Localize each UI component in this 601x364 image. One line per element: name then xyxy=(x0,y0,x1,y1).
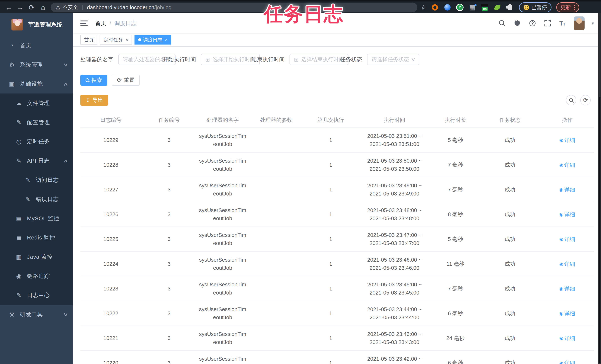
detail-link[interactable]: ◉ 详细 xyxy=(560,285,575,293)
duration: 7 毫秒 xyxy=(431,184,480,195)
sidebar-item[interactable]: ✎ 配置管理 xyxy=(0,113,73,132)
white-puzzle-extension[interactable] xyxy=(506,3,514,11)
tab-close-icon[interactable]: × xyxy=(125,37,128,43)
cloud-upload-icon: ☁ xyxy=(15,100,23,107)
sidebar-item[interactable]: ✎ 日志中心 xyxy=(0,286,73,305)
scrollbar-thumb[interactable] xyxy=(599,97,601,363)
orange-ring-extension[interactable] xyxy=(431,3,439,11)
filter-control[interactable]: ⊞ 选择结束执行时间 xyxy=(290,54,349,65)
sidebar-item[interactable]: ✎ 错误日志 xyxy=(0,190,73,209)
handler-param xyxy=(249,336,304,340)
filter-control[interactable]: 请选择任务状态 ∨ xyxy=(367,54,419,65)
export-button[interactable]: ↧ 导出 xyxy=(80,95,108,106)
view-tab[interactable]: 首页 xyxy=(80,35,97,45)
log-table: 日志编号 任务编号 处理器的名字 处理器的参数 第几次执行 执行时间 执行时长 … xyxy=(80,112,594,364)
sidebar-item[interactable]: ◔ 首页 xyxy=(0,36,73,55)
table-row: 10229 3 sysUserSessionTimeoutJob 1 2021-… xyxy=(80,128,594,153)
toggle-search-button[interactable] xyxy=(566,95,576,105)
gear-icon: ⚙ xyxy=(8,61,16,68)
browser-update-button[interactable]: 更新 xyxy=(556,2,579,12)
sidebar-item[interactable]: ☁ 文件管理 xyxy=(0,93,73,113)
job-id: 3 xyxy=(141,307,197,319)
status: 成功 xyxy=(480,233,541,245)
view-tab[interactable]: 定时任务 × xyxy=(100,35,132,45)
status: 成功 xyxy=(480,258,541,270)
font-size-icon[interactable]: TT xyxy=(559,19,567,27)
blue-gem-extension[interactable] xyxy=(444,3,451,11)
table-row: 10228 3 sysUserSessionTimeoutJob 1 2021-… xyxy=(80,153,594,177)
execute-time: 2021-05-03 23:46:00 ~2021-05-03 23:46:00 xyxy=(358,254,431,274)
handler-param xyxy=(249,212,304,216)
sidebar-item[interactable]: ▣ 基础设施 ∧ xyxy=(0,74,73,93)
detail-link[interactable]: ◉ 详细 xyxy=(560,161,575,169)
eye-icon: ◉ xyxy=(560,334,563,342)
screen-on-extension[interactable]: on xyxy=(481,3,489,11)
detail-link[interactable]: ◉ 详细 xyxy=(560,334,575,342)
breadcrumb-home[interactable]: 首页 xyxy=(95,20,106,27)
home-icon[interactable]: ⌂ xyxy=(37,2,49,13)
handler-name: sysUserSessionTimeoutJob xyxy=(197,279,249,299)
download-icon: ↧ xyxy=(86,97,90,103)
paused-badge[interactable]: 已暂停 xyxy=(519,2,551,12)
back-icon[interactable]: ← xyxy=(3,2,14,13)
grid-extension[interactable]: ▦◆ xyxy=(468,3,476,11)
page-scrollbar[interactable] xyxy=(598,13,601,364)
sidebar-item[interactable]: ✎ API 日志 ∧ xyxy=(0,151,73,170)
forward-icon[interactable]: → xyxy=(14,2,26,13)
fullscreen-icon[interactable] xyxy=(543,19,552,27)
reset-button[interactable]: ⟳ 重置 xyxy=(112,75,140,86)
browser-menu-icon[interactable] xyxy=(574,5,575,10)
sidebar-item[interactable]: ▥ Java 监控 xyxy=(0,247,73,266)
detail-link[interactable]: ◉ 详细 xyxy=(560,186,575,194)
help-icon[interactable] xyxy=(528,19,537,27)
sidebar-item[interactable]: ⚒ 研发工具 ∨ xyxy=(0,305,73,324)
sidebar-item[interactable]: ▤ MySQL 监控 xyxy=(0,209,73,228)
detail-link[interactable]: ◉ 详细 xyxy=(560,235,575,243)
green-check-extension[interactable]: Y xyxy=(456,4,463,11)
search-icon xyxy=(86,78,89,82)
detail-link[interactable]: ◉ 详细 xyxy=(560,359,575,364)
github-icon[interactable] xyxy=(513,19,521,27)
filter-control[interactable]: ⊞ 选择开始执行时间 xyxy=(201,54,260,65)
duration: 7 毫秒 xyxy=(431,283,480,294)
sidebar-item[interactable]: ◷ 定时任务 xyxy=(0,132,73,151)
green-leaf-extension[interactable] xyxy=(493,3,501,11)
sidebar-item[interactable]: ✎ 访问日志 xyxy=(0,170,73,190)
edit-icon: ✎ xyxy=(15,119,23,126)
reload-icon[interactable]: ⟳ xyxy=(26,2,37,13)
breadcrumb-current: 调度日志 xyxy=(114,20,137,27)
execute-time: 2021-05-03 23:49:00 ~2021-05-03 23:49:00 xyxy=(358,180,431,200)
user-menu-caret-icon[interactable]: ▾ xyxy=(591,20,594,26)
header-search-icon[interactable] xyxy=(498,19,506,27)
app-logo-row[interactable]: 芋道管理系统 xyxy=(0,13,73,36)
table-row: 10227 3 sysUserSessionTimeoutJob 1 2021-… xyxy=(80,177,594,202)
sidebar-toggle-icon[interactable] xyxy=(80,20,88,26)
sidebar-item[interactable]: ≣ Redis 监控 xyxy=(0,228,73,247)
sidebar-item[interactable]: ◉ 链路追踪 xyxy=(0,266,73,286)
job-id: 3 xyxy=(141,208,197,220)
address-bar[interactable]: ⚠ 不安全 | dashboard.yudao.iocoder.cn /job/… xyxy=(51,3,417,12)
detail-link[interactable]: ◉ 详细 xyxy=(560,260,575,268)
execute-index: 1 xyxy=(304,208,358,220)
redis-icon: ≣ xyxy=(15,234,23,241)
eye-icon: ◉ xyxy=(560,310,563,318)
detail-link[interactable]: ◉ 详细 xyxy=(560,211,575,219)
user-avatar[interactable] xyxy=(574,16,585,30)
monitor-icon: ▣ xyxy=(8,80,16,88)
detail-link[interactable]: ◉ 详细 xyxy=(560,310,575,318)
mysql-icon: ▤ xyxy=(15,215,23,222)
duration: 5 毫秒 xyxy=(431,233,480,245)
handler-param xyxy=(249,361,304,364)
execute-index: 1 xyxy=(304,233,358,245)
search-button[interactable]: 搜索 xyxy=(80,75,107,86)
view-tab[interactable]: 调度日志 × xyxy=(134,35,171,45)
bookmark-star-icon[interactable]: ☆ xyxy=(421,3,427,11)
execute-index: 1 xyxy=(304,332,358,344)
log-id: 10222 xyxy=(80,307,141,319)
chevron-icon: ∨ xyxy=(63,62,68,68)
eye-icon: ◉ xyxy=(560,359,563,364)
detail-link[interactable]: ◉ 详细 xyxy=(560,136,575,144)
tab-close-icon[interactable]: × xyxy=(165,37,168,43)
refresh-table-button[interactable]: ⟳ xyxy=(580,95,591,105)
sidebar-item[interactable]: ⚙ 系统管理 ∨ xyxy=(0,55,73,74)
